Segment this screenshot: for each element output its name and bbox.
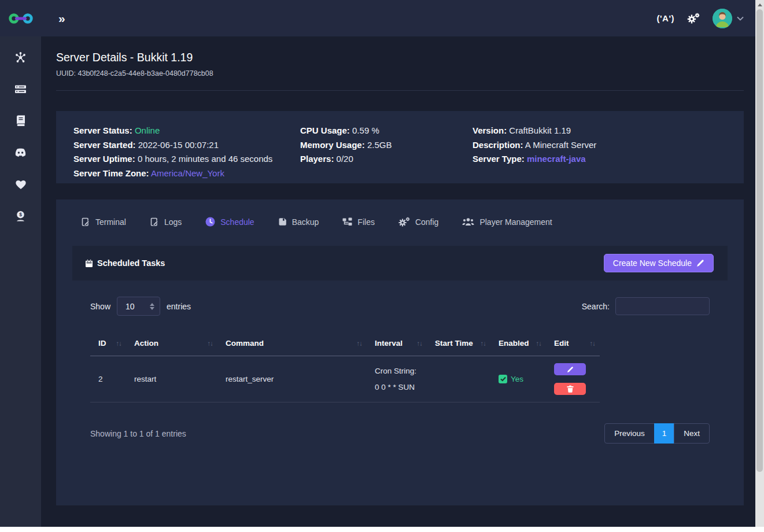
tab-files-label: Files: [357, 217, 375, 227]
tab-config-label: Config: [415, 217, 438, 227]
scrollbar-up-arrow[interactable]: [755, 0, 764, 9]
crafty-logo[interactable]: [0, 0, 41, 36]
tab-files[interactable]: Files: [342, 217, 375, 227]
column-header-start-time[interactable]: Start Time↑↓: [427, 331, 490, 356]
status-column-3: Version: CraftBukkit 1.19 Description: A…: [473, 124, 730, 183]
tab-backup[interactable]: Backup: [278, 217, 319, 227]
scheduled-tasks-title: Scheduled Tasks: [97, 258, 165, 268]
server-timezone-link[interactable]: America/New_York: [151, 168, 224, 178]
clock-icon: [205, 217, 215, 227]
version-line: Version: CraftBukkit 1.19: [473, 124, 730, 138]
servers-icon: [14, 84, 27, 94]
players-value: 0/20: [337, 154, 353, 164]
tab-player-management[interactable]: Player Management: [462, 217, 552, 227]
tab-schedule[interactable]: Schedule: [205, 217, 254, 227]
column-header-interval[interactable]: Interval↑↓: [367, 331, 427, 356]
sidebar-item-discord[interactable]: [14, 146, 28, 160]
server-uptime-value: 0 hours, 2 minutes and 46 seconds: [138, 154, 272, 164]
column-header-edit[interactable]: Edit↑↓: [546, 331, 600, 356]
cron-string-value: 0 0 * * SUN: [375, 383, 422, 391]
server-started-label: Server Started:: [73, 140, 136, 150]
table-row: 2 restart restart_server Cron String: 0 …: [90, 356, 600, 402]
header-divider: [56, 90, 744, 91]
page-length-select[interactable]: 10: [117, 297, 160, 316]
column-header-start-time-label: Start Time: [435, 339, 473, 348]
enabled-value: Yes: [511, 375, 523, 383]
create-new-schedule-label: Create New Schedule: [613, 258, 692, 268]
page: $ » ('A'): [0, 0, 755, 527]
tab-terminal[interactable]: Terminal: [81, 217, 126, 227]
pagination-previous[interactable]: Previous: [604, 423, 655, 444]
server-type-link[interactable]: minecraft-java: [527, 154, 586, 164]
sidebar-item-dashboard[interactable]: [14, 50, 28, 64]
sort-icon[interactable]: ↑↓: [208, 339, 213, 347]
documentation-book-icon: [16, 115, 25, 127]
datatable-wrapper: Show 10 entries Search:: [72, 297, 728, 444]
column-header-id[interactable]: ID↑↓: [90, 331, 126, 356]
sort-icon[interactable]: ↑↓: [481, 339, 486, 347]
sidebar-collapse-toggle[interactable]: »: [58, 12, 65, 24]
navbar-right: ('A'): [657, 9, 744, 28]
profile-menu[interactable]: [713, 9, 744, 28]
support-heart-icon: [15, 179, 27, 190]
tab-terminal-label: Terminal: [95, 217, 126, 227]
pagination-page-1[interactable]: 1: [654, 423, 675, 444]
sidebar: $: [0, 0, 41, 527]
enabled-checkbox[interactable]: [499, 375, 507, 383]
calendar-icon: [85, 259, 93, 268]
version-value: CraftBukkit 1.19: [509, 125, 571, 135]
vertical-scrollbar[interactable]: [755, 0, 764, 527]
settings-gears-icon[interactable]: [687, 13, 700, 24]
column-header-enabled[interactable]: Enabled↑↓: [490, 331, 546, 356]
column-header-command[interactable]: Command↑↓: [217, 331, 367, 356]
server-type-line: Server Type: minecraft-java: [473, 152, 730, 167]
create-new-schedule-button[interactable]: Create New Schedule: [604, 254, 714, 272]
tab-config[interactable]: Config: [398, 217, 438, 227]
scrollbar-thumb[interactable]: [756, 9, 763, 472]
memory-usage-label: Memory Usage:: [300, 140, 365, 150]
cell-id: 2: [90, 356, 126, 402]
pencil-icon: [567, 366, 574, 373]
sort-icon[interactable]: ↑↓: [116, 339, 122, 347]
memory-usage-value: 2.5GB: [367, 140, 392, 150]
status-column-1: Server Status: Online Server Started: 20…: [73, 124, 300, 183]
description-value: A Minecraft Server: [525, 140, 596, 150]
language-icon[interactable]: ('A'): [657, 13, 674, 23]
server-status-label: Server Status:: [73, 125, 132, 135]
server-uptime-line: Server Uptime: 0 hours, 2 minutes and 46…: [73, 152, 300, 167]
server-uptime-label: Server Uptime:: [73, 154, 135, 164]
sort-icon[interactable]: ↑↓: [590, 339, 596, 347]
scheduled-tasks-header: Scheduled Tasks Create New Schedule: [72, 246, 728, 280]
cell-enabled: Yes: [490, 356, 546, 402]
sort-icon[interactable]: ↑↓: [357, 339, 363, 347]
delete-schedule-button[interactable]: [554, 383, 586, 395]
sidebar-item-support[interactable]: [14, 178, 28, 191]
show-label: Show: [90, 302, 110, 311]
column-header-command-label: Command: [226, 339, 264, 348]
edit-schedule-button[interactable]: [554, 363, 586, 375]
tab-logs[interactable]: Logs: [150, 217, 182, 227]
search-input[interactable]: [615, 297, 710, 315]
page-length-value: 10: [126, 302, 135, 311]
page-length-group: Show 10 entries: [90, 297, 191, 316]
sidebar-item-servers[interactable]: [14, 82, 28, 96]
column-header-action-label: Action: [134, 339, 158, 348]
user-avatar: [713, 9, 732, 28]
sidebar-item-documentation[interactable]: [14, 114, 28, 128]
cell-action: restart: [126, 356, 217, 402]
link-logo-icon: [9, 11, 33, 26]
version-label: Version:: [473, 125, 507, 135]
pagination-next[interactable]: Next: [674, 423, 710, 444]
cell-command: restart_server: [217, 356, 367, 402]
sort-icon[interactable]: ↑↓: [417, 339, 423, 347]
cell-interval: Cron String: 0 0 * * SUN: [367, 356, 427, 402]
top-navbar: » ('A'): [41, 0, 755, 36]
server-controls-card: Terminal Logs: [56, 200, 744, 505]
column-header-action[interactable]: Action↑↓: [126, 331, 217, 356]
server-timezone-line: Server Time Zone: America/New_York: [73, 167, 300, 181]
sidebar-item-donate[interactable]: $: [14, 209, 28, 223]
entries-label: entries: [167, 302, 191, 311]
players-line: Players: 0/20: [300, 152, 473, 167]
server-type-label: Server Type:: [473, 154, 525, 164]
sort-icon[interactable]: ↑↓: [536, 339, 542, 347]
